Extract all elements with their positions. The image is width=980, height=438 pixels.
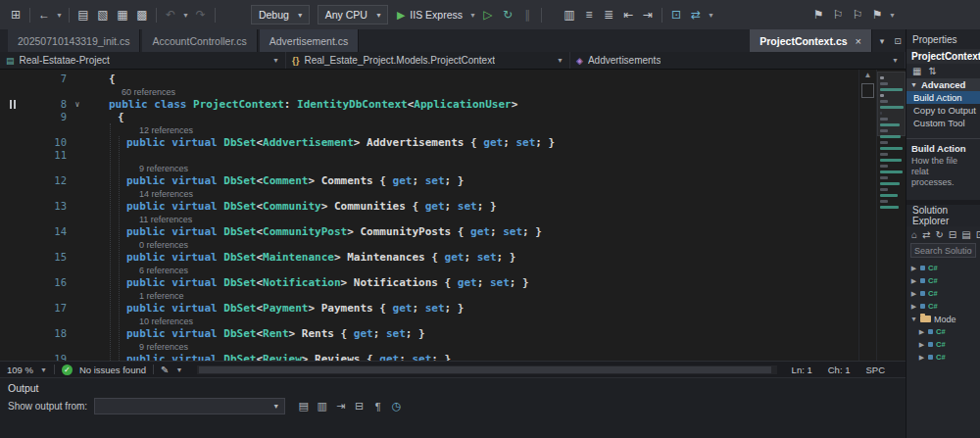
chevron-icon[interactable]: ▼ bbox=[910, 316, 917, 322]
tab-accountcontroller-cs[interactable]: AccountController.cs bbox=[142, 29, 257, 52]
code-text[interactable]: public virtual DbSet<Comment> Comments {… bbox=[88, 174, 858, 187]
code-text[interactable]: public virtual DbSet<Review> Reviews { g… bbox=[88, 353, 858, 361]
tree-item-folder[interactable]: ▼Mode bbox=[906, 313, 980, 325]
start-without-debugging-icon[interactable]: ▷ bbox=[478, 5, 498, 25]
start-debugging-button[interactable]: ▶IIS Express bbox=[392, 9, 467, 22]
show-all-files-icon[interactable]: ▤ bbox=[961, 229, 970, 240]
breadcrumb-project-dropdown[interactable]: ▤ Real-Estatae-Project ▼ bbox=[0, 52, 286, 69]
alphabetical-icon[interactable]: ⇅ bbox=[928, 66, 936, 76]
comment-out-icon[interactable]: ≡ bbox=[579, 5, 599, 25]
live-share-icon[interactable]: ⇄ bbox=[686, 5, 706, 25]
codelens-references-link[interactable]: 14 references bbox=[139, 189, 193, 199]
show-output-from-dropdown[interactable]: ▼ bbox=[94, 398, 285, 414]
clear-bookmarks-icon[interactable]: ⚑ bbox=[867, 5, 887, 25]
code-text[interactable]: public virtual DbSet<Maintenance> Mainte… bbox=[88, 251, 858, 264]
chevron-icon[interactable]: ▶ bbox=[910, 277, 917, 285]
switch-views-icon[interactable]: ⇄ bbox=[922, 229, 930, 240]
codelens-text[interactable]: 11 references bbox=[88, 213, 858, 226]
hot-reload-icon[interactable]: ↻ bbox=[498, 5, 517, 25]
navigate-back-icon[interactable]: ← bbox=[34, 5, 54, 25]
history-icon[interactable]: ◷ bbox=[388, 398, 405, 414]
toggle-wrap-icon[interactable]: ¶ bbox=[369, 398, 386, 414]
chevron-down-icon[interactable]: ▼ bbox=[182, 12, 189, 19]
code-text[interactable]: public virtual DbSet<Rent> Rents { get; … bbox=[88, 327, 858, 340]
chevron-icon[interactable]: ▶ bbox=[918, 328, 925, 336]
breadcrumb-type-dropdown[interactable]: {} Real_Estate_Project.Models.ProjectCon… bbox=[286, 52, 570, 69]
zoom-control[interactable]: 109 % bbox=[7, 365, 33, 375]
horizontal-scrollbar[interactable] bbox=[197, 365, 776, 374]
codelens-text[interactable]: 14 references bbox=[88, 187, 858, 201]
chevron-down-icon[interactable]: ▼ bbox=[469, 12, 476, 19]
column-indicator[interactable]: Ch: 1 bbox=[828, 365, 851, 375]
codelens-text[interactable]: 1 reference bbox=[88, 289, 858, 303]
chevron-down-icon[interactable]: ▼ bbox=[56, 12, 63, 19]
code-text[interactable]: public virtual DbSet<Community> Communit… bbox=[88, 200, 858, 213]
tree-item-csharp-file[interactable]: ▶C# bbox=[906, 274, 980, 287]
tree-item-csharp-file[interactable]: ▶C# bbox=[906, 300, 980, 313]
code-text[interactable]: public virtual DbSet<Addvertisement> Add… bbox=[88, 136, 858, 149]
increase-indent-icon[interactable]: ⇥ bbox=[638, 5, 658, 25]
next-bookmark-icon[interactable]: ⚐ bbox=[848, 5, 867, 25]
tab-advertisement-cs[interactable]: Advertisement.cs bbox=[260, 29, 360, 52]
solution-explorer-header[interactable]: Solution Explorer bbox=[906, 205, 980, 226]
codelens-text[interactable]: 9 references bbox=[88, 162, 858, 175]
decrease-indent-icon[interactable]: ⇤ bbox=[618, 5, 638, 25]
chevron-icon[interactable]: ▶ bbox=[910, 265, 917, 272]
collapse-all-icon[interactable]: ⊟ bbox=[949, 229, 956, 240]
close-icon[interactable]: × bbox=[856, 35, 861, 47]
new-file-icon[interactable]: ▤ bbox=[74, 5, 93, 25]
codelens-text[interactable]: 0 references bbox=[88, 238, 858, 252]
glyph-margin[interactable] bbox=[0, 100, 25, 109]
goto-message-icon[interactable]: ⇥ bbox=[332, 398, 349, 414]
chevron-icon[interactable]: ▶ bbox=[918, 341, 925, 349]
minimap-viewport[interactable] bbox=[877, 72, 906, 136]
vertical-scrollbar[interactable]: ▲ bbox=[858, 70, 876, 361]
scrollbar-thumb[interactable] bbox=[861, 83, 874, 98]
issues-status[interactable]: No issues found bbox=[79, 365, 146, 375]
codelens-text[interactable]: 60 references bbox=[88, 85, 858, 99]
output-list-icon[interactable]: ▤ bbox=[295, 398, 312, 414]
codelens-references-link[interactable]: 10 references bbox=[139, 316, 193, 326]
codelens-references-link[interactable]: 9 references bbox=[139, 342, 188, 352]
codelens-text[interactable]: 9 references bbox=[88, 340, 858, 354]
tree-item-csharp-file[interactable]: ▶C# bbox=[906, 325, 980, 338]
solution-configurations-dropdown[interactable]: Debug▼ bbox=[251, 5, 310, 24]
pen-icon[interactable]: ✎ bbox=[161, 365, 169, 375]
solution-explorer-search-input[interactable] bbox=[910, 243, 976, 258]
code-text[interactable]: { bbox=[88, 73, 858, 85]
horizontal-scrollbar-thumb[interactable] bbox=[199, 366, 770, 373]
code-text[interactable]: public virtual DbSet<Notification> Notif… bbox=[88, 276, 858, 289]
codelens-references-link[interactable]: 60 references bbox=[122, 87, 175, 97]
categorized-icon[interactable]: ▦ bbox=[912, 66, 921, 76]
codelens-references-link[interactable]: 6 references bbox=[139, 266, 188, 275]
fold-margin[interactable]: ∨ bbox=[67, 98, 88, 111]
uncomment-icon[interactable]: ≣ bbox=[599, 5, 618, 25]
minimap[interactable] bbox=[876, 70, 906, 361]
chevron-down-icon[interactable]: ▼ bbox=[889, 12, 896, 19]
chevron-icon[interactable]: ▶ bbox=[918, 354, 925, 362]
chevron-icon[interactable]: ▶ bbox=[910, 303, 917, 311]
space-mode-indicator[interactable]: SPC bbox=[865, 365, 885, 375]
line-indicator[interactable]: Ln: 1 bbox=[792, 365, 812, 375]
code-editor[interactable]: 7{60 references8∨public class ProjectCon… bbox=[0, 70, 858, 361]
codelens-references-link[interactable]: 0 references bbox=[139, 240, 188, 250]
codelens-references-link[interactable]: 11 references bbox=[139, 215, 192, 224]
codelens-text[interactable]: 6 references bbox=[88, 264, 858, 277]
chevron-down-icon[interactable]: ▼ bbox=[708, 12, 714, 19]
tab-20250710143319-init-cs[interactable]: 20250710143319_init.cs bbox=[8, 29, 140, 52]
code-text[interactable]: public virtual DbSet<CommunityPost> Comm… bbox=[88, 225, 858, 238]
home-icon[interactable]: ⌂ bbox=[911, 229, 917, 240]
tree-item-csharp-file[interactable]: ▶C# bbox=[906, 338, 980, 351]
codelens-references-link[interactable]: 9 references bbox=[139, 164, 188, 173]
split-window-icon[interactable]: ⊡ bbox=[890, 36, 906, 46]
property-row-custom-tool[interactable]: Custom Tool bbox=[906, 117, 980, 129]
refresh-icon[interactable]: ↻ bbox=[935, 229, 943, 240]
tab-projectcontext[interactable]: ProjectContext.cs × bbox=[750, 29, 872, 52]
start-window-icon[interactable]: ⊞ bbox=[6, 5, 25, 25]
open-file-icon[interactable]: ▧ bbox=[93, 5, 113, 25]
toggle-bookmark-icon[interactable]: ⚑ bbox=[808, 5, 828, 25]
solution-platforms-dropdown[interactable]: Any CPU▼ bbox=[318, 5, 388, 24]
tree-item-csharp-file[interactable]: ▶C# bbox=[906, 351, 980, 364]
properties-panel-header[interactable]: Properties bbox=[906, 29, 980, 49]
code-text[interactable]: { bbox=[88, 111, 858, 123]
